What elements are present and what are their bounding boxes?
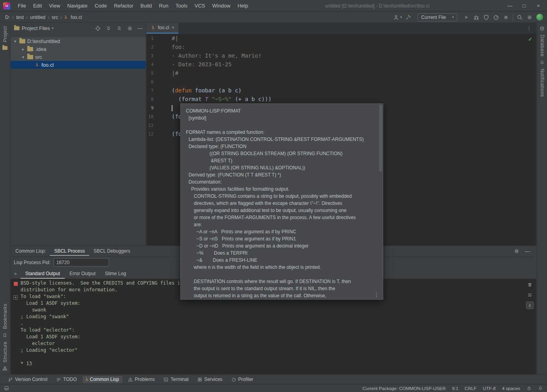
toolwindow-label: Terminal xyxy=(170,377,188,382)
minimize-button[interactable]: — xyxy=(503,0,517,12)
expand-all-icon[interactable] xyxy=(105,25,112,32)
coverage-button[interactable] xyxy=(483,14,489,21)
menu-item[interactable]: Window xyxy=(209,0,234,12)
tool-window-stripe-bookmarks[interactable]: Bookmarks xyxy=(2,304,8,329)
breadcrumb-file[interactable]: foo.cl xyxy=(69,14,83,21)
build-button[interactable] xyxy=(405,14,412,21)
menu-item[interactable]: VCS xyxy=(191,0,209,12)
breadcrumb-untitled[interactable]: untitled xyxy=(29,14,47,21)
indent-widget[interactable]: 4 spaces xyxy=(502,386,520,391)
menu-item[interactable]: Refactor xyxy=(111,0,137,12)
settings-button[interactable] xyxy=(526,14,533,21)
menu-item[interactable]: View xyxy=(45,0,64,12)
menu-item[interactable]: Build xyxy=(137,0,155,12)
tool-window-settings-icon[interactable] xyxy=(513,248,520,254)
doc-line: Declared type: (FUNCTION xyxy=(186,143,380,150)
profile-button[interactable]: ▾ xyxy=(393,14,402,21)
tab-sbcl-debuggers[interactable]: SBCL Debuggers xyxy=(89,246,135,256)
code-line[interactable]: 6 xyxy=(146,77,536,86)
inspection-status-icon[interactable]: ✓ xyxy=(528,36,532,42)
collapse-all-icon[interactable] xyxy=(116,25,122,32)
tab-error-output[interactable]: Error Output xyxy=(65,268,100,279)
tool-window-stripe-structure[interactable]: Structure xyxy=(2,341,8,362)
code-line[interactable]: 2foo: xyxy=(146,43,536,51)
tab-options-icon[interactable]: ⋮ xyxy=(526,25,532,31)
toolwindow-services[interactable]: Services xyxy=(194,376,226,383)
menu-item[interactable]: Code xyxy=(91,0,111,12)
panel-settings-icon[interactable] xyxy=(127,25,133,32)
breadcrumb-src[interactable]: src xyxy=(51,14,59,21)
notifications-bell-icon[interactable] xyxy=(538,386,543,391)
tree-row-foo-cl[interactable]: λ foo.cl xyxy=(11,61,146,69)
menu-item[interactable]: Help xyxy=(234,0,252,12)
run-button[interactable] xyxy=(463,14,470,21)
toolwindow-terminal[interactable]: Terminal xyxy=(160,376,191,383)
tool-window-stripe-database[interactable]: Database xyxy=(540,35,545,56)
menu-item[interactable]: Edit xyxy=(30,0,45,12)
toolwindow-version-control[interactable]: Version Control xyxy=(5,376,51,383)
code-with-me-avatar[interactable] xyxy=(536,14,543,21)
bell-icon[interactable] xyxy=(540,60,545,65)
current-package-widget[interactable]: Current Package: COMMON-LISP-USER xyxy=(362,386,446,391)
lock-icon[interactable] xyxy=(526,386,532,391)
toolwindow-todo[interactable]: TODO xyxy=(53,376,80,383)
pid-input[interactable] xyxy=(54,258,109,266)
debug-button[interactable] xyxy=(473,14,480,21)
menu-item[interactable]: Run xyxy=(155,0,172,12)
encoding-widget[interactable]: UTF-8 xyxy=(483,386,496,391)
tree-row-project-root[interactable]: ▾ D:\test\untitled xyxy=(11,37,146,45)
close-button[interactable]: × xyxy=(531,0,545,12)
soft-wrap-button[interactable] xyxy=(526,292,533,298)
documentation-popup[interactable]: ⋮ COMMON-LISP:FORMAT [symbol]FORMAT name… xyxy=(180,103,383,300)
breadcrumb-drive[interactable]: D: xyxy=(4,14,11,21)
tab-close-icon[interactable]: × xyxy=(172,25,174,30)
maximize-button[interactable]: □ xyxy=(517,0,531,12)
run-configuration-select[interactable]: Current File ▾ xyxy=(418,13,457,21)
scroll-to-end-button[interactable] xyxy=(526,302,533,309)
code-line[interactable]: 3- Author: It's a me, Mario! xyxy=(146,51,536,60)
folder-icon xyxy=(27,47,33,51)
caret-position-widget[interactable]: 9:1 xyxy=(452,386,458,391)
tab-standard-output[interactable]: Standard Output xyxy=(21,268,65,279)
tool-window-stripe-project[interactable]: Project xyxy=(2,26,8,42)
breadcrumb-test[interactable]: test xyxy=(15,14,25,21)
tool-window-stripe-notifications[interactable]: Notifications xyxy=(540,69,545,97)
tree-row-idea[interactable]: ▸ .idea xyxy=(11,45,146,53)
hide-tool-window-icon[interactable]: — xyxy=(525,248,530,254)
bookmark-icon[interactable] xyxy=(2,333,7,338)
tool-window-switcher-icon[interactable] xyxy=(4,386,9,391)
search-everywhere-button[interactable] xyxy=(517,14,523,21)
tab-sbcl-process[interactable]: SBCL Process xyxy=(50,246,89,256)
fold-expand-icon[interactable]: + xyxy=(13,295,18,300)
folder-icon[interactable] xyxy=(2,46,7,50)
code-text: (format T "~S~%" (+ a b c))) xyxy=(172,96,272,102)
editor-tab-foo-cl[interactable]: λ foo.cl × xyxy=(146,23,178,34)
popup-options-icon[interactable]: ⋮ xyxy=(374,291,379,298)
code-line[interactable]: 1#| xyxy=(146,34,536,43)
toolwindow-problems[interactable]: Problems xyxy=(125,376,158,383)
code-line[interactable]: 5|# xyxy=(146,69,536,77)
popup-scrollbar-thumb[interactable] xyxy=(379,105,382,172)
chevron-right-icon[interactable]: ▸ xyxy=(21,47,25,51)
stop-button[interactable] xyxy=(503,14,509,21)
line-ending-widget[interactable]: CRLF xyxy=(465,386,476,391)
toolwindow-common-lisp[interactable]: λ Common Lisp xyxy=(82,376,122,383)
chevron-down-icon[interactable]: ▾ xyxy=(21,55,25,59)
tree-row-src[interactable]: ▾ src xyxy=(11,53,146,61)
clear-console-button[interactable] xyxy=(526,281,533,288)
toolwindow-profiler[interactable]: Profiler xyxy=(228,376,257,383)
structure-icon[interactable] xyxy=(2,366,7,371)
code-line[interactable]: 7(defun foobar (a b c) xyxy=(146,86,536,95)
code-line[interactable]: 8 (format T "~S~%" (+ a b c))) xyxy=(146,95,536,103)
tab-slime-log[interactable]: Slime Log xyxy=(100,268,131,279)
chevron-down-icon[interactable]: ▾ xyxy=(13,39,17,43)
menu-item[interactable]: File xyxy=(14,0,30,12)
locate-file-icon[interactable] xyxy=(95,25,101,32)
project-view-selector[interactable]: Project Files xyxy=(22,25,50,31)
hide-panel-icon[interactable]: — xyxy=(137,25,142,31)
menu-item[interactable]: Navigate xyxy=(64,0,91,12)
profiler-button[interactable] xyxy=(493,14,499,21)
menu-item[interactable]: Tools xyxy=(172,0,191,12)
database-icon[interactable] xyxy=(540,26,545,31)
code-line[interactable]: 4- Date: 2023-01-25 xyxy=(146,60,536,69)
